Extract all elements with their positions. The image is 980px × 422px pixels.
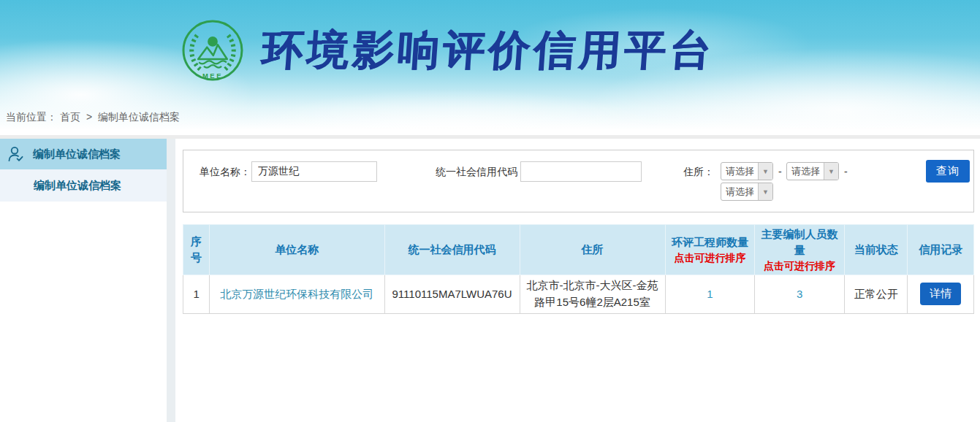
col-header-credit-code: 统一社会信用代码 — [384, 225, 520, 275]
page-title: 环境影响评价信用平台 — [259, 23, 716, 79]
detail-button[interactable]: 详情 — [920, 283, 961, 305]
logo-text: MEE — [202, 72, 223, 80]
site-header: MEE 环境影响评价信用平台 当前位置：首页 > 编制单位诚信档案 — [0, 0, 980, 135]
city-select-value: 请选择 — [787, 163, 824, 180]
credit-code-label: 统一社会信用代码： — [436, 161, 528, 182]
sidebar-divider — [167, 139, 175, 422]
row-index: 1 — [183, 275, 210, 313]
results-table: 序号 单位名称 统一社会信用代码 住所 环评工程师数量 点击可进行排序 主要编制… — [183, 224, 974, 314]
chevron-down-icon: ▼ — [824, 163, 838, 180]
sidebar-item-label: 编制单位诚信档案 — [34, 179, 121, 193]
province-select-value: 请选择 — [721, 163, 758, 180]
brand: MEE 环境影响评价信用平台 — [181, 19, 715, 82]
breadcrumb-current: 编制单位诚信档案 — [98, 111, 180, 123]
address-dash-1: - — [778, 161, 782, 182]
company-name-label: 单位名称： — [200, 161, 251, 182]
user-check-icon — [7, 145, 25, 163]
chevron-down-icon: ▼ — [758, 163, 772, 180]
sidebar: 编制单位诚信档案 编制单位诚信档案 — [0, 139, 167, 422]
engineer-count-link[interactable]: 1 — [707, 288, 713, 300]
col-header-company: 单位名称 — [210, 225, 384, 275]
address-label: 住所： — [683, 161, 714, 182]
search-panel: 单位名称： 统一社会信用代码： 住所： 请选择 ▼ - 请选择 ▼ - 请选择 … — [183, 150, 974, 212]
district-select[interactable]: 请选择 ▼ — [721, 183, 773, 201]
breadcrumb: 当前位置：首页 > 编制单位诚信档案 — [6, 111, 183, 124]
table-row: 1 北京万源世纪环保科技有限公司 91110115MA7LWUA76U 北京市-… — [183, 275, 974, 313]
row-status: 正常公开 — [844, 275, 907, 313]
col-header-credit-record: 信用记录 — [908, 225, 974, 275]
col-header-staff-count-sort[interactable]: 主要编制人员数量 点击可进行排序 — [755, 225, 845, 275]
company-name-input[interactable] — [251, 161, 377, 182]
breadcrumb-prefix: 当前位置： — [6, 111, 57, 123]
company-name-link[interactable]: 北京万源世纪环保科技有限公司 — [220, 288, 373, 300]
col-header-address: 住所 — [520, 225, 665, 275]
staff-count-link[interactable]: 3 — [797, 288, 802, 300]
table-header-row: 序号 单位名称 统一社会信用代码 住所 环评工程师数量 点击可进行排序 主要编制… — [183, 225, 974, 275]
row-address: 北京市-北京市-大兴区-金苑路甲15号6幢2层A215室 — [520, 275, 665, 313]
sidebar-group-label: 编制单位诚信档案 — [33, 147, 121, 161]
sidebar-item-credit-archive[interactable]: 编制单位诚信档案 — [0, 169, 167, 202]
col-header-engineer-count-label: 环评工程师数量 — [672, 236, 748, 248]
col-header-staff-count-label: 主要编制人员数量 — [761, 228, 838, 256]
col-header-engineer-count-sort[interactable]: 环评工程师数量 点击可进行排序 — [665, 225, 755, 275]
breadcrumb-separator: > — [86, 111, 92, 123]
credit-code-input[interactable] — [520, 161, 642, 182]
col-header-status: 当前状态 — [844, 225, 907, 275]
sort-hint: 点击可进行排序 — [758, 258, 841, 273]
province-select[interactable]: 请选择 ▼ — [721, 162, 773, 180]
content-area: 编制单位诚信档案 编制单位诚信档案 单位名称： 统一社会信用代码： 住所： 请选… — [0, 139, 980, 422]
sort-hint: 点击可进行排序 — [669, 250, 752, 265]
district-select-value: 请选择 — [721, 183, 758, 200]
mee-logo-icon: MEE — [181, 19, 244, 82]
col-header-index: 序号 — [183, 225, 210, 275]
row-credit-code: 91110115MA7LWUA76U — [384, 275, 520, 313]
address-dash-2: - — [844, 161, 848, 182]
main-panel: 单位名称： 统一社会信用代码： 住所： 请选择 ▼ - 请选择 ▼ - 请选择 … — [175, 139, 980, 422]
query-button[interactable]: 查询 — [926, 160, 970, 183]
sidebar-group-credit-archive[interactable]: 编制单位诚信档案 — [0, 139, 167, 169]
chevron-down-icon: ▼ — [758, 183, 772, 200]
city-select[interactable]: 请选择 ▼ — [786, 162, 839, 180]
breadcrumb-home-link[interactable]: 首页 — [60, 111, 80, 123]
